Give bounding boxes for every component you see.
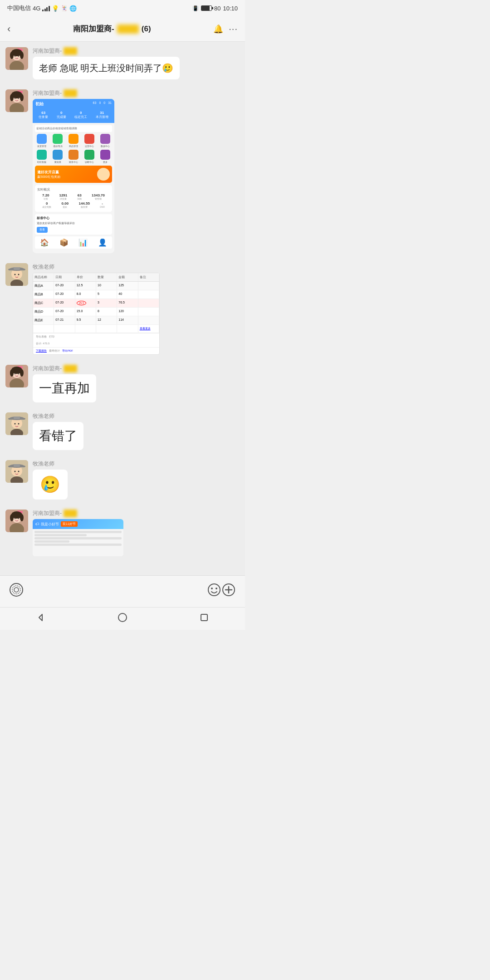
avatar [5, 47, 28, 70]
svg-point-74 [208, 584, 220, 596]
message-row: 河南加盟商- 战汉 初始 630031 63任务量 0完成量 0临近完工 31本… [5, 89, 240, 253]
svg-point-20 [15, 98, 15, 99]
network-icon: 🌐 [69, 5, 77, 12]
svg-point-28 [15, 274, 16, 275]
time-display: 10:10 [223, 5, 238, 12]
voice-button[interactable] [9, 583, 24, 600]
svg-point-68 [20, 514, 24, 521]
generation: 4G [33, 5, 40, 12]
more-options-button[interactable]: ··· [229, 24, 238, 34]
message-content: 河南加盟商- 战汉 初始 630031 63任务量 0完成量 0临近完工 31本… [33, 89, 114, 253]
header-actions: 🔔 ··· [213, 24, 238, 34]
svg-rect-54 [14, 464, 20, 467]
svg-point-47 [21, 418, 25, 420]
svg-rect-45 [14, 416, 20, 419]
svg-point-46 [8, 418, 13, 420]
message-row: 牧渔老师 🥲 [5, 460, 240, 500]
message-bubble[interactable]: 看错了 [33, 422, 83, 450]
svg-point-26 [8, 269, 13, 270]
sender-name: 河南加盟商- 战汉 [33, 47, 180, 55]
message-content: 牧渔老师 🥲 [33, 460, 68, 500]
svg-rect-82 [201, 614, 207, 621]
plus-button[interactable] [221, 583, 236, 600]
emoji-button[interactable] [207, 583, 221, 600]
svg-point-72 [14, 588, 19, 592]
message-row: 牧渔老师 商品名称 日期 单价 数量 金额 备注 商品A07-2012.5101… [5, 263, 240, 355]
brightness-icon: 💡 [52, 5, 59, 12]
sender-name: 河南加盟商- 战汉 [33, 510, 123, 517]
message-row: 河南加盟商- 战汉 🏷 我是小好节 双11好节 [5, 510, 240, 556]
avatar [5, 510, 28, 532]
image-preview[interactable]: 🏷 我是小好节 双11好节 [33, 519, 123, 556]
sender-name: 牧渔老师 [33, 412, 83, 420]
emoji-bubble[interactable]: 🥲 [33, 470, 68, 500]
message-text: 老师 急呢 明天上班没时间弄了🥲 [39, 63, 173, 73]
bottom-bar [0, 575, 245, 607]
chat-area: 河南加盟商- 战汉 老师 急呢 明天上班没时间弄了🥲 [0, 42, 245, 575]
svg-point-56 [21, 466, 25, 467]
message-row: 牧渔老师 看错了 [5, 412, 240, 450]
recent-nav-icon[interactable] [199, 612, 209, 625]
chat-header: ‹ 南阳加盟商- 超好干 (6) 🔔 ··· [0, 16, 245, 42]
svg-point-27 [21, 269, 25, 270]
svg-point-57 [15, 471, 16, 472]
svg-point-19 [20, 94, 24, 101]
avatar [5, 263, 28, 286]
back-nav-icon[interactable] [36, 612, 46, 625]
carrier-info: 中国电信 4G 💡 🃏 🌐 [7, 4, 77, 12]
nav-bar [0, 607, 245, 630]
carrier-name: 中国电信 [7, 4, 31, 12]
back-button[interactable]: ‹ [7, 23, 10, 35]
message-row: 河南加盟商- 战汉 老师 急呢 明天上班没时间弄了🥲 [5, 47, 240, 79]
table-screenshot-image[interactable]: 商品名称 日期 单价 数量 金额 备注 商品A07-2012.510125 商品… [33, 273, 160, 355]
sender-blurred-tag: 战汉 [64, 47, 77, 55]
message-text: 一直再加 [39, 381, 90, 395]
image-top-bar: 🏷 我是小好节 双11好节 [33, 519, 123, 529]
sender-name: 牧渔老师 [33, 263, 160, 271]
sim-icon: 🃏 [61, 5, 68, 11]
svg-point-49 [18, 423, 20, 425]
svg-point-8 [20, 52, 24, 59]
svg-point-48 [15, 423, 16, 425]
svg-point-7 [10, 52, 14, 59]
svg-point-41 [18, 373, 19, 374]
svg-point-21 [18, 98, 19, 99]
svg-point-70 [18, 518, 19, 519]
message-content: 牧渔老师 看错了 [33, 412, 83, 450]
status-right: 📳 80 10:10 [192, 5, 238, 12]
svg-marker-80 [39, 614, 42, 621]
battery-icon [201, 5, 212, 11]
signal-icon [42, 5, 50, 11]
svg-point-29 [18, 274, 20, 275]
chat-title-blurred: 超好干 [117, 24, 139, 34]
unread-count: (6) [142, 24, 151, 34]
svg-rect-25 [14, 267, 20, 270]
message-bubble[interactable]: 一直再加 [33, 374, 96, 402]
message-content: 河南加盟商- 战汉 一直再加 [33, 365, 96, 402]
message-bubble[interactable]: 老师 急呢 明天上班没时间弄了🥲 [33, 57, 180, 79]
status-bar: 中国电信 4G 💡 🃏 🌐 📳 80 10:10 [0, 0, 245, 16]
svg-point-73 [12, 586, 20, 594]
svg-point-40 [15, 373, 15, 374]
message-row: 河南加盟商- 战汉 一直再加 [5, 365, 240, 402]
svg-point-71 [10, 583, 23, 596]
svg-point-38 [10, 369, 14, 377]
sender-blurred-tag: 战汉 [64, 365, 77, 372]
chat-title-text: 南阳加盟商- [73, 24, 114, 34]
svg-point-10 [18, 56, 19, 57]
app-screenshot-image[interactable]: 初始 630031 63任务量 0完成量 0临近完工 31本月新增 促销活动商品… [33, 99, 114, 253]
avatar [5, 412, 28, 435]
svg-point-18 [10, 94, 14, 101]
vibrate-icon: 📳 [192, 5, 199, 11]
notification-bell-icon[interactable]: 🔔 [213, 24, 223, 34]
sender-name: 牧渔老师 [33, 460, 68, 468]
battery-level: 80 [214, 5, 220, 12]
svg-point-39 [20, 369, 24, 377]
svg-point-55 [8, 466, 13, 467]
message-content: 牧渔老师 商品名称 日期 单价 数量 金额 备注 商品A07-2012.5101… [33, 263, 160, 355]
home-nav-icon[interactable] [118, 612, 127, 625]
svg-point-75 [211, 588, 213, 589]
sender-blurred-tag: 战汉 [64, 89, 77, 97]
sender-name: 河南加盟商- 战汉 [33, 365, 96, 372]
message-content: 河南加盟商- 战汉 🏷 我是小好节 双11好节 [33, 510, 123, 556]
